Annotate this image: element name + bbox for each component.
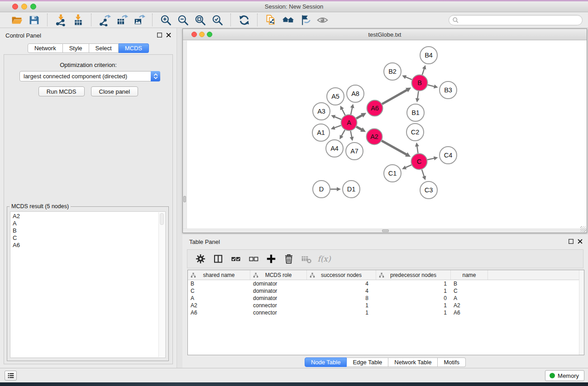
network-maximize-button[interactable]	[207, 32, 212, 37]
zoom-fit-button[interactable]	[193, 13, 207, 27]
tab-motifs[interactable]: Motifs	[438, 357, 466, 367]
graph-edge-A-A6[interactable]	[356, 115, 362, 119]
network-minimize-button[interactable]	[199, 32, 205, 37]
network-window-titlebar[interactable]: testGlobe.txt	[183, 29, 587, 40]
tab-select[interactable]: Select	[89, 43, 119, 53]
graph-edge-C-C4[interactable]	[427, 158, 435, 160]
run-mcds-button[interactable]: Run MCDS	[38, 86, 85, 96]
table-cell[interactable]: B	[451, 280, 488, 287]
minimize-window-button[interactable]	[21, 4, 27, 10]
table-cell[interactable]: A2	[188, 302, 250, 309]
table-cell[interactable]: 8	[307, 295, 376, 302]
graph-edge-B-B2[interactable]	[406, 77, 412, 80]
export-image-button[interactable]	[132, 13, 146, 27]
table-cell[interactable]: 4	[307, 280, 376, 287]
table-cell[interactable]: 1	[307, 302, 376, 309]
graph-edge-A-A4[interactable]	[341, 130, 345, 136]
optimization-criterion-select[interactable]: largest connected component (directed)	[19, 71, 160, 81]
vertical-scroll-thumb[interactable]	[183, 196, 186, 202]
export-table-button[interactable]	[115, 13, 129, 27]
network-close-button[interactable]	[191, 32, 197, 37]
table-cell[interactable]: connector	[250, 302, 307, 309]
graph-edge-A-A3[interactable]	[335, 117, 341, 119]
export-network-button[interactable]	[97, 13, 112, 27]
table-cell[interactable]: A2	[451, 302, 488, 309]
maximize-window-button[interactable]	[30, 4, 36, 10]
table-cell[interactable]: connector	[250, 309, 307, 316]
table-row[interactable]: A6connector11A6	[188, 309, 584, 316]
table-cell[interactable]: A6	[188, 309, 250, 316]
graph-edge-B-B1[interactable]	[417, 91, 418, 99]
float-panel-icon[interactable]	[157, 32, 163, 38]
table-cell[interactable]: C	[188, 287, 250, 295]
table-cell[interactable]: 1	[376, 287, 451, 295]
close-panel-button[interactable]: Close panel	[91, 86, 139, 96]
table-row[interactable]: Adominator80A	[188, 295, 584, 302]
graph-edge-A-A8[interactable]	[351, 107, 352, 114]
select-all-button[interactable]	[229, 252, 243, 266]
table-cell[interactable]: A	[451, 295, 488, 302]
open-file-button[interactable]	[10, 13, 24, 27]
graph-edge-A6-B[interactable]	[382, 90, 407, 104]
table-cell[interactable]: dominator	[250, 295, 307, 302]
close-table-panel-icon[interactable]	[577, 238, 583, 244]
table-cell[interactable]: 4	[307, 287, 376, 295]
column-header-MCDS-role[interactable]: MCDS role	[250, 270, 307, 280]
table-row[interactable]: Bdominator41B	[188, 280, 584, 287]
mcds-result-item[interactable]: A2	[13, 213, 165, 220]
table-cell[interactable]: 1	[376, 302, 451, 309]
column-header-shared-name[interactable]: shared name	[188, 270, 250, 280]
refresh-button[interactable]	[237, 13, 251, 27]
hide-unhide-button[interactable]	[298, 13, 312, 27]
show-columns-button[interactable]	[211, 252, 225, 266]
tab-network[interactable]: Network	[28, 43, 63, 53]
create-column-button[interactable]	[264, 252, 278, 266]
resize-grip-icon[interactable]	[580, 226, 586, 232]
horizontal-scroll-thumb[interactable]	[382, 229, 389, 232]
table-cell[interactable]: 0	[376, 295, 451, 302]
tab-mcds[interactable]: MCDS	[119, 43, 149, 53]
graph-edge-B-B3[interactable]	[428, 85, 435, 87]
task-history-button[interactable]	[5, 371, 17, 381]
result-list-scrollbar[interactable]	[158, 212, 165, 357]
save-session-button[interactable]	[27, 13, 41, 27]
table-cell[interactable]: B	[188, 280, 250, 287]
tab-network-table[interactable]: Network Table	[388, 357, 438, 367]
tab-node-table[interactable]: Node Table	[305, 357, 347, 367]
graph-edge-C-C1[interactable]	[405, 165, 411, 167]
network-horizontal-scrollbar[interactable]	[183, 229, 587, 233]
graph-edge-A-A7[interactable]	[350, 131, 352, 137]
mcds-result-item[interactable]: B	[13, 227, 165, 234]
column-header-name[interactable]: name	[451, 270, 488, 280]
graph-edge-A-A1[interactable]	[334, 125, 341, 128]
graph-edge-A-A2[interactable]	[356, 127, 362, 130]
column-header-successor-nodes[interactable]: successor nodes	[307, 270, 376, 280]
table-cell[interactable]: 1	[376, 309, 451, 316]
app-titlebar[interactable]: Session: New Session	[0, 1, 588, 12]
table-settings-button[interactable]	[194, 252, 207, 266]
search-input[interactable]	[459, 17, 582, 24]
import-table-button[interactable]	[71, 13, 85, 27]
graph-edge-C-C3[interactable]	[422, 170, 424, 177]
mcds-result-item[interactable]: C	[13, 234, 165, 242]
home-button[interactable]	[281, 13, 295, 27]
close-panel-icon[interactable]	[166, 32, 172, 38]
mcds-result-list[interactable]: A2ABCA6	[10, 211, 166, 358]
delete-columns-button[interactable]	[282, 252, 296, 266]
graph-edge-B-B4[interactable]	[422, 68, 425, 75]
table-cell[interactable]: C	[451, 287, 488, 295]
close-window-button[interactable]	[12, 4, 18, 10]
column-header-predecessor-nodes[interactable]: predecessor nodes	[376, 270, 451, 280]
zoom-out-button[interactable]	[176, 13, 190, 27]
graph-edge-C-C2[interactable]	[417, 146, 418, 153]
table-scrollbar[interactable]	[579, 270, 584, 355]
show-graphics-details-button[interactable]	[315, 13, 330, 27]
table-cell[interactable]: 1	[376, 280, 451, 287]
table-row[interactable]: A2connector11A2	[188, 302, 584, 309]
float-table-panel-icon[interactable]	[568, 238, 574, 244]
import-network-button[interactable]	[53, 13, 68, 27]
zoom-selected-button[interactable]	[210, 13, 225, 27]
clone-network-button[interactable]	[263, 13, 278, 27]
memory-button[interactable]: Memory	[545, 370, 584, 381]
network-vertical-scrollbar[interactable]	[183, 41, 187, 229]
